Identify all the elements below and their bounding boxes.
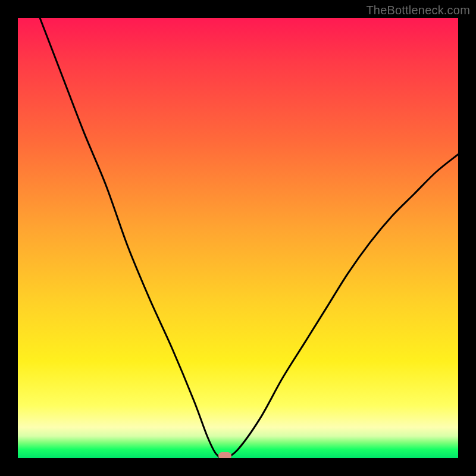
optimal-point-marker [218, 452, 231, 458]
plot-area [18, 18, 458, 458]
chart-frame: TheBottleneck.com [0, 0, 476, 476]
bottleneck-curve [18, 18, 458, 458]
curve-path [40, 18, 458, 458]
watermark-label: TheBottleneck.com [366, 4, 470, 17]
